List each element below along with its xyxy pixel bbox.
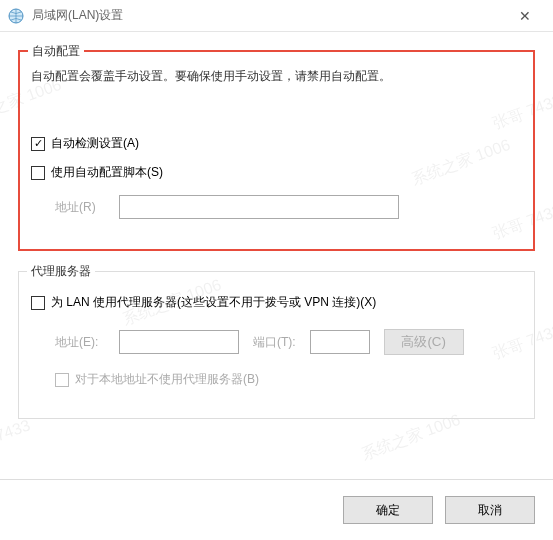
use-script-label: 使用自动配置脚本(S) xyxy=(51,164,163,181)
checkbox-icon: ✓ xyxy=(31,137,45,151)
proxy-port-label: 端口(T): xyxy=(253,334,296,351)
content-area: 系统之家 1006 张哥 7433 系统之家 1006 张哥 7433 系统之家… xyxy=(0,32,553,419)
auto-detect-label: 自动检测设置(A) xyxy=(51,135,139,152)
proxy-address-label: 地址(E): xyxy=(55,334,105,351)
button-bar: 确定 取消 xyxy=(0,479,553,540)
proxy-address-input[interactable] xyxy=(119,330,239,354)
bypass-local-checkbox[interactable]: 对于本地地址不使用代理服务器(B) xyxy=(55,371,522,388)
globe-icon xyxy=(8,8,24,24)
script-address-label: 地址(R) xyxy=(55,199,105,216)
advanced-button[interactable]: 高级(C) xyxy=(384,329,464,355)
auto-config-group: 自动配置 自动配置会覆盖手动设置。要确保使用手动设置，请禁用自动配置。 ✓ 自动… xyxy=(18,50,535,251)
checkbox-icon xyxy=(31,296,45,310)
proxy-port-input[interactable] xyxy=(310,330,370,354)
proxy-address-row: 地址(E): 端口(T): 高级(C) xyxy=(55,329,522,355)
use-script-checkbox[interactable]: 使用自动配置脚本(S) xyxy=(31,164,522,181)
window-title: 局域网(LAN)设置 xyxy=(32,7,505,24)
proxy-group: 代理服务器 为 LAN 使用代理服务器(这些设置不用于拨号或 VPN 连接)(X… xyxy=(18,271,535,419)
ok-button[interactable]: 确定 xyxy=(343,496,433,524)
script-address-input[interactable] xyxy=(119,195,399,219)
cancel-button[interactable]: 取消 xyxy=(445,496,535,524)
use-proxy-checkbox[interactable]: 为 LAN 使用代理服务器(这些设置不用于拨号或 VPN 连接)(X) xyxy=(31,294,522,311)
close-button[interactable]: ✕ xyxy=(505,8,545,24)
use-proxy-label: 为 LAN 使用代理服务器(这些设置不用于拨号或 VPN 连接)(X) xyxy=(51,294,376,311)
checkbox-icon xyxy=(55,373,69,387)
script-address-row: 地址(R) xyxy=(55,195,522,219)
watermark: 张哥 7433 xyxy=(0,415,33,459)
auto-config-desc: 自动配置会覆盖手动设置。要确保使用手动设置，请禁用自动配置。 xyxy=(31,67,522,85)
titlebar: 局域网(LAN)设置 ✕ xyxy=(0,0,553,32)
proxy-legend: 代理服务器 xyxy=(27,263,95,280)
checkbox-icon xyxy=(31,166,45,180)
auto-detect-checkbox[interactable]: ✓ 自动检测设置(A) xyxy=(31,135,522,152)
bypass-local-label: 对于本地地址不使用代理服务器(B) xyxy=(75,371,259,388)
auto-config-legend: 自动配置 xyxy=(28,43,84,60)
